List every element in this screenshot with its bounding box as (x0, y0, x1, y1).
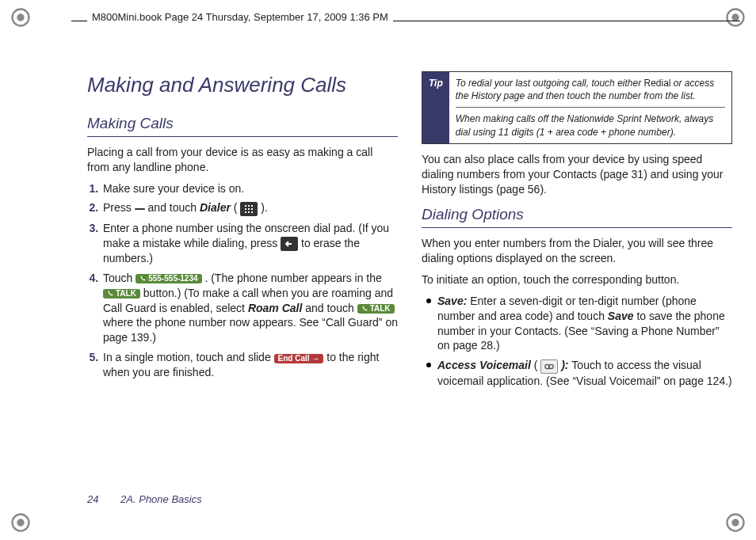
page-body: Making and Answering Calls Making Calls … (87, 71, 732, 485)
end-call-button-icon: End Call → (274, 354, 324, 363)
section-heading-dialing-options: Dialing Options (422, 204, 732, 228)
crop-mark-icon (10, 6, 32, 29)
save-button-label: Save (608, 310, 634, 322)
crop-mark-icon (724, 511, 746, 534)
tip-paragraph: To redial your last outgoing call, touch… (456, 77, 725, 102)
tip-label: Tip (422, 72, 449, 143)
tip-box: Tip To redial your last outgoing call, t… (422, 71, 732, 144)
steps-list: Make sure your device is on. Press and t… (101, 181, 398, 381)
section-heading-making-calls: Making Calls (87, 113, 398, 137)
step-1: Make sure your device is on. (101, 181, 398, 196)
svg-rect-12 (245, 208, 246, 210)
crop-mark-icon (724, 6, 746, 29)
step-4: Touch 555-555-1234 . (The phone number a… (101, 271, 398, 345)
list-item: Access Voicemail ( ): Touch to access th… (426, 358, 732, 388)
svg-rect-15 (245, 211, 246, 213)
column-right: Tip To redial your last outgoing call, t… (422, 71, 732, 393)
svg-rect-16 (248, 211, 250, 213)
page-footer: 24 2A. Phone Basics (87, 493, 202, 505)
step-3: Enter a phone number using the onscreen … (101, 221, 398, 266)
tip-divider (456, 107, 725, 108)
svg-point-18 (545, 364, 549, 368)
section-label: 2A. Phone Basics (120, 493, 202, 505)
crop-mark-icon (10, 511, 32, 534)
intro-text: Placing a call from your device is as ea… (87, 145, 398, 175)
tip-body: To redial your last outgoing call, touch… (449, 72, 731, 143)
after-tip-text: You can also place calls from your devic… (422, 152, 732, 197)
dialing-options-p1: When you enter numbers from the Dialer, … (422, 236, 732, 266)
svg-point-7 (731, 519, 739, 526)
svg-point-5 (17, 519, 24, 526)
svg-rect-11 (251, 205, 253, 207)
page-title: Making and Answering Calls (87, 71, 398, 99)
svg-rect-17 (251, 211, 253, 213)
svg-rect-13 (248, 208, 250, 210)
page-header: M800Mini.book Page 24 Thursday, Septembe… (87, 11, 393, 23)
home-key-icon (135, 208, 145, 210)
roam-call-label: Roam Call (248, 302, 302, 314)
dialer-grid-icon (240, 202, 258, 216)
dialing-options-p2: To initiate an option, touch the corresp… (422, 272, 732, 287)
save-option-label: Save: (437, 295, 467, 307)
svg-point-1 (17, 13, 24, 21)
voicemail-option-label: Access Voicemail (437, 359, 531, 371)
talk-button-icon: TALK (103, 289, 140, 299)
svg-rect-14 (251, 208, 253, 210)
voicemail-icon (540, 359, 558, 374)
tip-paragraph: When making calls off the Nationwide Spr… (456, 112, 725, 138)
step-2: Press and touch Dialer ( ). (101, 200, 398, 215)
step-5: In a single motion, touch and slide End … (101, 350, 398, 380)
svg-rect-9 (245, 205, 246, 207)
svg-rect-10 (248, 205, 250, 207)
talk-button-icon: TALK (357, 304, 395, 314)
list-item: Save: Enter a seven-digit or ten-digit n… (426, 294, 732, 354)
dialer-label: Dialer (200, 201, 231, 214)
dial-number-button-icon: 555-555-1234 (136, 274, 201, 283)
column-left: Making and Answering Calls Making Calls … (87, 71, 398, 393)
redial-label: Redial (643, 78, 670, 89)
page-number: 24 (87, 493, 98, 505)
options-list: Save: Enter a seven-digit or ten-digit n… (426, 294, 732, 389)
svg-point-19 (549, 364, 553, 368)
backspace-icon (281, 237, 298, 251)
